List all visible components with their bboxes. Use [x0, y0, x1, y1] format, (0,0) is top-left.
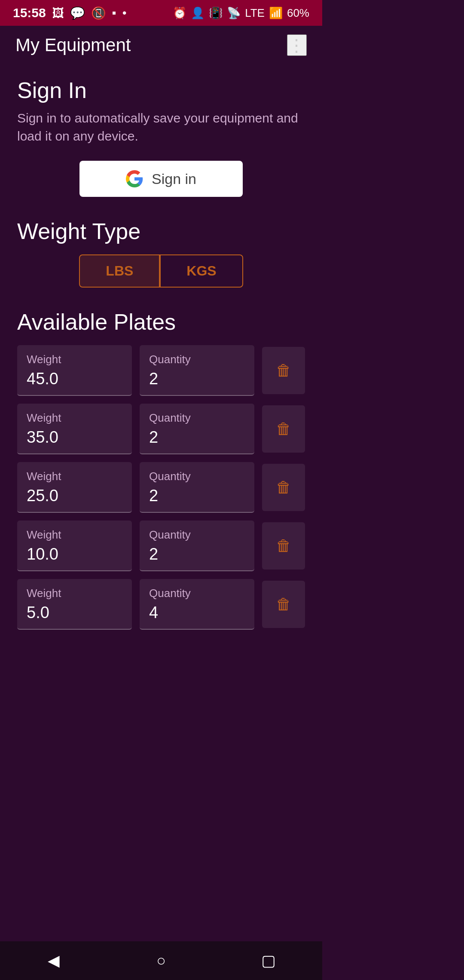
- status-bar: 15:58 🖼 💬 📵 ▪ • ⏰ 👤 📳 📡 LTE 📶 60%: [0, 0, 322, 26]
- delete-button-4[interactable]: 🗑: [262, 522, 305, 570]
- quantity-value-5: 4: [149, 603, 245, 622]
- home-nav-icon: ○: [156, 952, 166, 970]
- weight-label-5: Weight: [27, 587, 122, 600]
- screen-icon: ▪: [112, 6, 116, 20]
- home-nav-button[interactable]: ○: [144, 943, 178, 978]
- back-nav-icon: ◀: [48, 952, 60, 970]
- weight-field-4[interactable]: Weight 10.0: [17, 521, 132, 571]
- quantity-label-1: Quantity: [149, 353, 245, 366]
- kgs-toggle-button[interactable]: KGS: [160, 254, 243, 288]
- plate-row-partial: Weight 5.0 Quantity 4 🗑: [17, 579, 305, 630]
- signin-section: Sign In Sign in to automatically save yo…: [17, 77, 305, 197]
- back-nav-button[interactable]: ◀: [37, 943, 71, 978]
- hotspot-icon: 📡: [227, 6, 241, 20]
- trash-icon-1: 🗑: [276, 361, 291, 380]
- nav-bar: ◀ ○ ▢: [0, 941, 322, 980]
- quantity-value-2: 2: [149, 428, 245, 447]
- quantity-value-3: 2: [149, 487, 245, 505]
- quantity-field-2[interactable]: Quantity 2: [140, 404, 254, 454]
- status-time: 15:58: [13, 6, 46, 20]
- trash-icon-4: 🗑: [276, 537, 291, 555]
- phone-icon: 📵: [91, 6, 106, 20]
- weight-label-4: Weight: [27, 528, 122, 542]
- google-signin-button[interactable]: Sign in: [79, 161, 243, 197]
- lte-label: LTE: [245, 6, 265, 20]
- plate-row: Weight 35.0 Quantity 2 🗑: [17, 404, 305, 454]
- quantity-label-5: Quantity: [149, 587, 245, 600]
- weight-value-3: 25.0: [27, 487, 122, 505]
- signin-title: Sign In: [17, 77, 305, 103]
- quantity-field-1[interactable]: Quantity 2: [140, 345, 254, 396]
- weight-field-3[interactable]: Weight 25.0: [17, 462, 132, 513]
- weight-value-4: 10.0: [27, 545, 122, 564]
- quantity-value-4: 2: [149, 545, 245, 564]
- quantity-field-5[interactable]: Quantity 4: [140, 579, 254, 630]
- weight-value-1: 45.0: [27, 370, 122, 388]
- delete-button-1[interactable]: 🗑: [262, 347, 305, 394]
- weight-value-5: 5.0: [27, 603, 122, 622]
- status-bar-left: 15:58 🖼 💬 📵 ▪ •: [13, 6, 126, 20]
- whatsapp-icon: 💬: [70, 6, 85, 20]
- recent-nav-button[interactable]: ▢: [251, 943, 286, 978]
- trash-icon-3: 🗑: [276, 478, 291, 496]
- available-plates-title: Available Plates: [17, 309, 305, 335]
- delete-button-5[interactable]: 🗑: [262, 581, 305, 628]
- weight-type-title: Weight Type: [17, 218, 305, 244]
- weight-type-section: Weight Type LBS KGS: [17, 218, 305, 288]
- plate-row: Weight 10.0 Quantity 2 🗑: [17, 521, 305, 571]
- recent-nav-icon: ▢: [261, 952, 276, 970]
- plate-row: Weight 45.0 Quantity 2 🗑: [17, 345, 305, 396]
- google-logo-icon: [126, 170, 143, 187]
- dot-icon: •: [122, 6, 127, 20]
- account-icon: 👤: [191, 6, 205, 20]
- signal-icon: 📶: [269, 6, 283, 20]
- quantity-value-1: 2: [149, 370, 245, 388]
- more-menu-button[interactable]: ⋮: [287, 34, 307, 56]
- weight-type-toggle: LBS KGS: [17, 254, 305, 288]
- quantity-label-3: Quantity: [149, 470, 245, 483]
- plate-row: Weight 25.0 Quantity 2 🗑: [17, 462, 305, 513]
- weight-field-5[interactable]: Weight 5.0: [17, 579, 132, 630]
- google-signin-label: Sign in: [152, 171, 196, 187]
- weight-label-2: Weight: [27, 411, 122, 425]
- weight-field-1[interactable]: Weight 45.0: [17, 345, 132, 396]
- app-bar: My Equipment ⋮: [0, 26, 322, 64]
- quantity-label-2: Quantity: [149, 411, 245, 425]
- weight-value-2: 35.0: [27, 428, 122, 447]
- delete-button-3[interactable]: 🗑: [262, 464, 305, 511]
- trash-icon-2: 🗑: [276, 420, 291, 438]
- quantity-field-4[interactable]: Quantity 2: [140, 521, 254, 571]
- alarm-icon: ⏰: [173, 6, 186, 20]
- quantity-label-4: Quantity: [149, 528, 245, 542]
- app-title: My Equipment: [15, 35, 131, 55]
- gallery-icon: 🖼: [52, 6, 64, 20]
- main-content: Sign In Sign in to automatically save yo…: [0, 64, 322, 655]
- weight-label-3: Weight: [27, 470, 122, 483]
- signin-subtitle: Sign in to automatically save your equip…: [17, 109, 305, 145]
- delete-button-2[interactable]: 🗑: [262, 405, 305, 453]
- quantity-field-3[interactable]: Quantity 2: [140, 462, 254, 513]
- battery-label: 60%: [287, 6, 309, 20]
- trash-icon-5: 🗑: [276, 595, 291, 613]
- lbs-toggle-button[interactable]: LBS: [79, 254, 160, 288]
- available-plates-section: Available Plates Weight 45.0 Quantity 2 …: [17, 309, 305, 630]
- status-bar-right: ⏰ 👤 📳 📡 LTE 📶 60%: [173, 6, 309, 20]
- vibrate-icon: 📳: [209, 6, 223, 20]
- weight-field-2[interactable]: Weight 35.0: [17, 404, 132, 454]
- weight-label-1: Weight: [27, 353, 122, 366]
